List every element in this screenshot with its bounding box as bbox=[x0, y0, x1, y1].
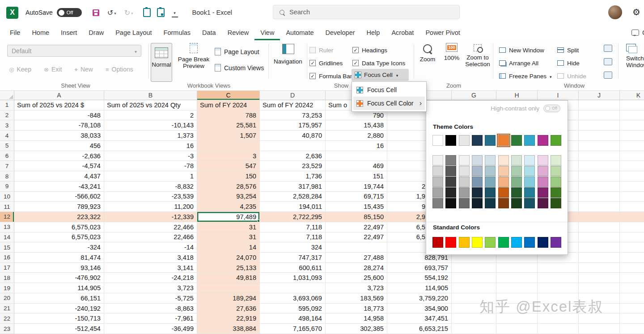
variant-3-4[interactable] bbox=[485, 187, 496, 198]
cell-K22[interactable] bbox=[620, 313, 644, 324]
row-header-14[interactable]: 14 bbox=[0, 233, 14, 243]
variant-4-9[interactable] bbox=[551, 198, 561, 208]
cell-J13[interactable] bbox=[579, 222, 620, 233]
row-header-10[interactable]: 10 bbox=[0, 192, 14, 202]
cell-B10[interactable]: -23,539 bbox=[104, 192, 197, 202]
variant-4-2[interactable] bbox=[459, 198, 470, 208]
variant-3-9[interactable] bbox=[551, 187, 561, 198]
cell-E10[interactable]: 69,715 bbox=[326, 192, 387, 202]
cell-K8[interactable] bbox=[620, 171, 644, 182]
checkbox-headings[interactable]: Headings bbox=[352, 47, 405, 54]
avatar[interactable] bbox=[608, 5, 622, 19]
cell-B20[interactable]: -5,725 bbox=[104, 293, 197, 304]
variant-2-0[interactable] bbox=[432, 177, 443, 187]
cell-D19[interactable] bbox=[260, 283, 326, 293]
cell-A12[interactable]: 223,322 bbox=[14, 212, 104, 222]
cell-E14[interactable]: 22,497 bbox=[326, 233, 387, 243]
cell-A7[interactable]: -4,574 bbox=[14, 161, 104, 171]
cell-A6[interactable]: -2,636 bbox=[14, 151, 104, 161]
zoom-to-selection-button[interactable]: Zoom toSelection bbox=[463, 43, 492, 68]
cell-D20[interactable]: 3,693,069 bbox=[260, 293, 326, 304]
cell-C22[interactable]: 22,919 bbox=[197, 313, 260, 324]
cell-C6[interactable]: 3 bbox=[197, 151, 260, 161]
variant-3-2[interactable] bbox=[459, 187, 470, 198]
variant-0-1[interactable] bbox=[445, 155, 456, 165]
checkbox-gridlines[interactable]: Gridlines bbox=[309, 59, 352, 67]
cell-K23[interactable] bbox=[620, 324, 644, 334]
cell-C3[interactable]: 25,581 bbox=[197, 120, 260, 131]
search-input[interactable]: Search bbox=[273, 5, 460, 19]
variant-4-8[interactable] bbox=[538, 198, 548, 208]
cell-C11[interactable]: 4,235 bbox=[197, 202, 260, 212]
cell-A23[interactable]: -512,454 bbox=[14, 324, 104, 334]
theme-color-6[interactable] bbox=[511, 135, 522, 146]
cell-A9[interactable]: -43,241 bbox=[14, 182, 104, 192]
cell-C2[interactable]: 788 bbox=[197, 110, 260, 121]
standard-color-5[interactable] bbox=[498, 237, 509, 248]
variant-0-7[interactable] bbox=[524, 155, 535, 165]
cell-J19[interactable] bbox=[579, 283, 620, 293]
standard-color-3[interactable] bbox=[472, 237, 483, 248]
tab-data[interactable]: Data bbox=[196, 25, 222, 40]
cell-G17[interactable] bbox=[452, 263, 496, 273]
cell-D2[interactable]: 73,253 bbox=[260, 110, 326, 121]
fill-handle[interactable] bbox=[257, 220, 260, 222]
variant-1-9[interactable] bbox=[551, 166, 561, 176]
cell-K3[interactable] bbox=[620, 120, 644, 131]
cell-B7[interactable]: -78 bbox=[104, 161, 197, 171]
cell-A3[interactable]: -78,108 bbox=[14, 120, 104, 131]
redo-button[interactable] bbox=[124, 8, 133, 17]
standard-color-4[interactable] bbox=[485, 237, 496, 248]
cell-C21[interactable]: 27,636 bbox=[197, 304, 260, 314]
variant-4-1[interactable] bbox=[445, 198, 456, 208]
col-header-K[interactable]: K bbox=[620, 91, 644, 100]
formula-bar-checkbox-box[interactable] bbox=[309, 73, 316, 79]
row-header-5[interactable]: 5 bbox=[0, 141, 14, 151]
cell-K18[interactable] bbox=[620, 273, 644, 283]
cell-K20[interactable] bbox=[620, 293, 644, 304]
cell-F21[interactable]: 354,900 bbox=[387, 304, 452, 314]
tab-developer[interactable]: Developer bbox=[319, 25, 360, 40]
variant-3-7[interactable] bbox=[524, 187, 535, 198]
row-header-23[interactable]: 23 bbox=[0, 324, 14, 334]
cell-A14[interactable]: 6,575,023 bbox=[14, 233, 104, 243]
cell-C1[interactable]: Sum of FY 2024 bbox=[197, 100, 260, 110]
variant-4-0[interactable] bbox=[432, 198, 443, 208]
variant-4-4[interactable] bbox=[485, 198, 496, 208]
paste-values-icon[interactable] bbox=[157, 8, 165, 17]
tab-formulas[interactable]: Formulas bbox=[158, 25, 196, 40]
cell-B19[interactable]: 3,723 bbox=[104, 283, 197, 293]
row-header-17[interactable]: 17 bbox=[0, 263, 14, 273]
side-panel-icon-2[interactable] bbox=[604, 58, 612, 65]
cell-D6[interactable]: 2,636 bbox=[260, 151, 326, 161]
variant-0-2[interactable] bbox=[459, 155, 470, 165]
cell-D16[interactable]: 747,317 bbox=[260, 253, 326, 263]
cell-K4[interactable] bbox=[620, 131, 644, 141]
col-header-B[interactable]: B bbox=[104, 91, 197, 100]
cell-K11[interactable] bbox=[620, 202, 644, 212]
cell-K5[interactable] bbox=[620, 141, 644, 151]
cell-A16[interactable]: 81,474 bbox=[14, 253, 104, 263]
variant-1-3[interactable] bbox=[472, 166, 483, 176]
standard-color-7[interactable] bbox=[524, 237, 535, 248]
row-header-3[interactable]: 3 bbox=[0, 120, 14, 131]
cell-J6[interactable] bbox=[579, 151, 620, 161]
variant-3-3[interactable] bbox=[472, 187, 483, 198]
variant-2-8[interactable] bbox=[538, 177, 548, 187]
cell-J12[interactable] bbox=[579, 212, 620, 222]
row-header-22[interactable]: 22 bbox=[0, 313, 14, 324]
theme-color-7[interactable] bbox=[524, 135, 535, 146]
variant-0-8[interactable] bbox=[538, 155, 548, 165]
theme-color-0[interactable] bbox=[432, 135, 443, 146]
variant-1-7[interactable] bbox=[524, 166, 535, 176]
cell-A21[interactable]: -240,192 bbox=[14, 304, 104, 314]
cell-C9[interactable]: 28,576 bbox=[197, 182, 260, 192]
cell-A15[interactable]: -324 bbox=[14, 242, 104, 253]
cell-D14[interactable]: 7,118 bbox=[260, 233, 326, 243]
tab-home[interactable]: Home bbox=[26, 25, 55, 40]
cell-C8[interactable]: 150 bbox=[197, 171, 260, 182]
cell-C15[interactable]: 14 bbox=[197, 242, 260, 253]
variant-2-4[interactable] bbox=[485, 177, 496, 187]
cell-B14[interactable]: 22,466 bbox=[104, 233, 197, 243]
cell-C12[interactable]: 97,489 bbox=[197, 212, 260, 222]
